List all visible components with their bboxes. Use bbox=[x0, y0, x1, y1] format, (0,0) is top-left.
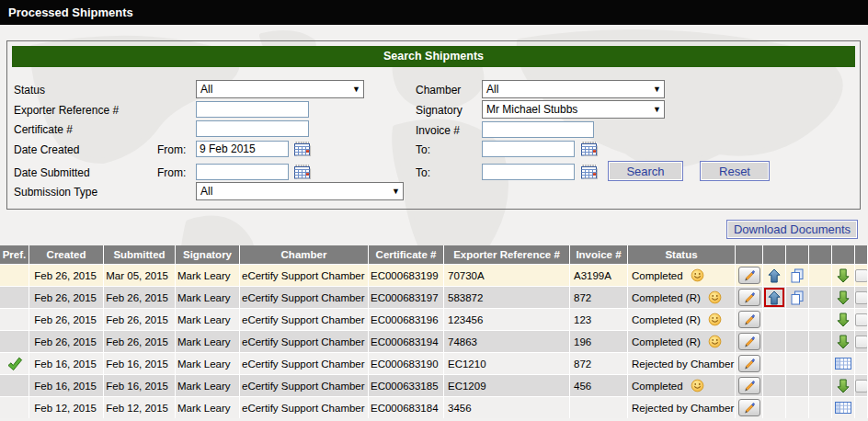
calendar-icon bbox=[581, 142, 599, 156]
download-down-arrow-icon bbox=[837, 313, 850, 327]
shipments-table: Pref. Created Submitted Signatory Chambe… bbox=[0, 245, 868, 418]
edit-button[interactable] bbox=[738, 267, 760, 284]
pref-cell bbox=[0, 396, 29, 418]
submission-type-label: Submission Type bbox=[14, 186, 97, 199]
row-select-checkbox[interactable] bbox=[855, 269, 868, 282]
status-select[interactable]: All ▼ bbox=[196, 80, 364, 98]
status-cell: Completed (R) bbox=[628, 308, 736, 330]
edit-button[interactable] bbox=[738, 333, 760, 350]
edit-button[interactable] bbox=[738, 399, 760, 416]
view-details-grid-icon bbox=[835, 358, 851, 370]
invoice-cell: 456 bbox=[570, 374, 628, 396]
pref-cell bbox=[0, 264, 29, 286]
submitted-cell: Feb 26, 2015 bbox=[104, 286, 176, 308]
pref-cell bbox=[0, 330, 29, 352]
row-select-checkbox[interactable] bbox=[855, 313, 868, 326]
date-created-to-calendar-button[interactable] bbox=[580, 141, 599, 156]
copy-documents-icon bbox=[790, 290, 805, 305]
header-pref: Pref. bbox=[0, 245, 29, 264]
chamber-cell: eCertify Support Chamber bbox=[240, 286, 369, 308]
download-button[interactable] bbox=[837, 313, 850, 327]
edit-pencil-icon bbox=[743, 313, 756, 326]
date-created-to-input[interactable] bbox=[482, 141, 575, 157]
download-button[interactable] bbox=[837, 290, 850, 305]
submitted-cell: Feb 26, 2015 bbox=[104, 308, 176, 330]
created-cell: Feb 26, 2015 bbox=[29, 308, 104, 330]
exporter-reference-cell: EC1209 bbox=[444, 374, 570, 396]
edit-button[interactable] bbox=[738, 311, 760, 328]
date-submitted-from-label: From: bbox=[157, 166, 186, 179]
view-details-button[interactable] bbox=[835, 402, 851, 414]
date-created-from-calendar-button[interactable] bbox=[293, 141, 312, 156]
signatory-select[interactable]: Mr Michael Stubbs ▼ bbox=[482, 100, 665, 119]
download-down-arrow-icon bbox=[837, 268, 850, 283]
download-documents-button[interactable]: Download Documents bbox=[726, 220, 858, 239]
calendar-icon bbox=[581, 165, 599, 179]
submitted-cell: Feb 16, 2015 bbox=[104, 374, 176, 396]
invoice-cell bbox=[570, 396, 628, 418]
submitted-cell: Feb 12, 2015 bbox=[104, 396, 176, 418]
invoice-cell: 872 bbox=[570, 286, 628, 308]
table-row: Feb 26, 2015 Feb 26, 2015 Mark Leary eCe… bbox=[0, 286, 868, 308]
download-button[interactable] bbox=[837, 379, 850, 393]
submit-button[interactable] bbox=[768, 268, 781, 283]
date-submitted-from-input[interactable] bbox=[196, 164, 289, 180]
date-submitted-from-calendar-button[interactable] bbox=[293, 164, 312, 179]
row-select-checkbox[interactable] bbox=[855, 380, 868, 393]
exporter-reference-cell: 123456 bbox=[444, 308, 570, 330]
reset-button[interactable]: Reset bbox=[700, 161, 770, 181]
status-cell: Rejected by Chamber bbox=[628, 396, 736, 418]
smiley-face-icon bbox=[708, 290, 722, 304]
header-status: Status bbox=[628, 245, 736, 264]
edit-pencil-icon bbox=[743, 291, 756, 304]
signatory-label: Signatory bbox=[416, 104, 463, 117]
chamber-label: Chamber bbox=[416, 84, 461, 97]
created-cell: Feb 12, 2015 bbox=[29, 396, 104, 418]
copy-button[interactable] bbox=[790, 290, 805, 305]
row-select-checkbox[interactable] bbox=[855, 291, 868, 304]
signatory-cell: Mark Leary bbox=[176, 286, 240, 308]
header-submitted: Submitted bbox=[104, 245, 176, 264]
edit-button[interactable] bbox=[738, 377, 760, 394]
exporter-reference-input[interactable] bbox=[196, 101, 309, 118]
certificate-input[interactable] bbox=[196, 120, 309, 137]
smiley-face-icon bbox=[691, 379, 704, 393]
edit-button[interactable] bbox=[738, 355, 760, 372]
edit-button[interactable] bbox=[738, 289, 760, 306]
smiley-face-icon bbox=[708, 313, 722, 326]
invoice-cell: 123 bbox=[570, 308, 628, 330]
certificate-cell: EC000683194 bbox=[369, 330, 444, 352]
edit-pencil-icon bbox=[743, 380, 756, 393]
search-button[interactable]: Search bbox=[608, 161, 683, 181]
date-created-from-input[interactable] bbox=[196, 141, 289, 157]
table-row: Feb 16, 2015 Feb 16, 2015 Mark Leary eCe… bbox=[0, 374, 868, 396]
action-column-header bbox=[786, 245, 809, 264]
date-submitted-to-input[interactable] bbox=[482, 164, 575, 180]
edit-pencil-icon bbox=[743, 402, 756, 415]
certificate-cell: EC000683197 bbox=[369, 286, 444, 308]
highlight-box bbox=[764, 288, 784, 307]
download-button[interactable] bbox=[837, 268, 850, 283]
submit-button[interactable] bbox=[768, 290, 781, 305]
chamber-cell: eCertify Support Chamber bbox=[240, 330, 369, 352]
view-details-button[interactable] bbox=[835, 358, 851, 370]
chamber-select[interactable]: All ▼ bbox=[482, 80, 665, 98]
dropdown-arrow-icon: ▼ bbox=[352, 81, 360, 98]
created-cell: Feb 16, 2015 bbox=[29, 374, 104, 396]
exporter-reference-cell: 70730A bbox=[444, 264, 570, 286]
invoice-label: Invoice # bbox=[416, 124, 460, 137]
header-chamber: Chamber bbox=[240, 245, 369, 264]
created-cell: Feb 26, 2015 bbox=[29, 264, 104, 286]
header-exporter-reference: Exporter Reference # bbox=[444, 245, 570, 264]
date-submitted-to-calendar-button[interactable] bbox=[580, 164, 599, 179]
row-select-checkbox[interactable] bbox=[855, 336, 868, 348]
status-cell: Completed (R) bbox=[628, 330, 736, 352]
action-column-header bbox=[809, 245, 832, 264]
invoice-input[interactable] bbox=[482, 121, 594, 138]
edit-pencil-icon bbox=[743, 336, 756, 348]
created-cell: Feb 26, 2015 bbox=[29, 330, 104, 352]
submission-type-select[interactable]: All ▼ bbox=[196, 182, 404, 200]
download-button[interactable] bbox=[837, 335, 850, 349]
copy-button[interactable] bbox=[790, 268, 805, 283]
calendar-icon bbox=[294, 142, 312, 156]
